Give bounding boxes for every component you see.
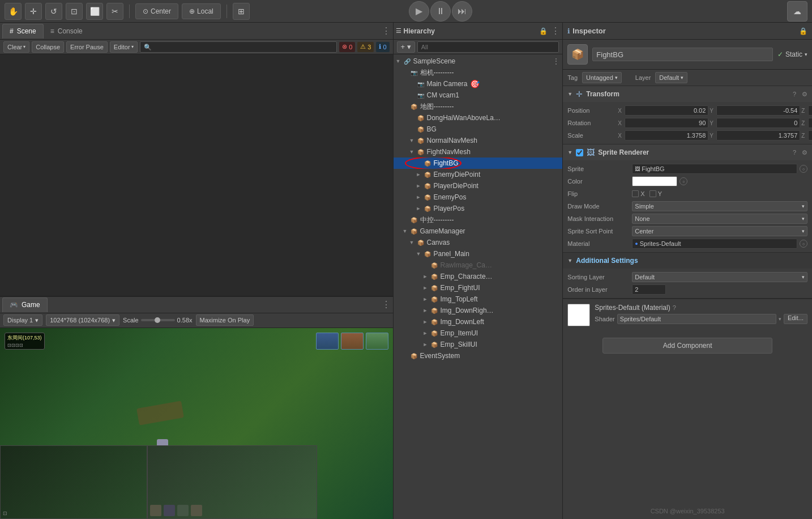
tree-item-map-dash[interactable]: 📦 地图--------- bbox=[394, 101, 563, 112]
tab-scene[interactable]: # Scene bbox=[2, 24, 44, 39]
tree-item-enemydiepoint[interactable]: 📦 EnemyDiePoint bbox=[394, 169, 563, 180]
order-in-layer-input[interactable] bbox=[632, 284, 666, 295]
layer-dropdown[interactable]: Default ▾ bbox=[655, 72, 687, 83]
hierarchy-lock-icon[interactable]: 🔒 bbox=[539, 27, 548, 35]
scene-tab-dots[interactable]: ⋮ bbox=[382, 25, 391, 36]
maximize-dropdown[interactable]: Maximize On Play bbox=[196, 314, 254, 326]
position-y-input[interactable] bbox=[716, 105, 800, 116]
sprite-renderer-header[interactable]: ▼ 🖼 Sprite Renderer ? ⚙ bbox=[563, 144, 812, 160]
mask-interaction-dropdown[interactable]: None ▾ bbox=[632, 214, 807, 224]
tree-item-img-downright[interactable]: 📦 Img_DownRigh… bbox=[394, 305, 563, 316]
transform-settings-icon[interactable]: ⚙ bbox=[802, 91, 807, 98]
material-help-icon[interactable]: ? bbox=[673, 304, 676, 311]
tree-item-eventsystem[interactable]: 📦 EventSystem bbox=[394, 350, 563, 361]
tree-item-fightbg[interactable]: 📦 FightBG bbox=[394, 158, 563, 169]
transform-help-icon[interactable]: ? bbox=[793, 91, 796, 97]
pivot-local-btn[interactable]: ⊕ Local bbox=[182, 3, 221, 19]
play-button[interactable]: ▶ bbox=[409, 1, 429, 22]
warning-badge[interactable]: ⚠ 3 bbox=[357, 42, 374, 52]
scale-y-input[interactable] bbox=[716, 130, 800, 141]
scale-tool[interactable]: ⊡ bbox=[66, 3, 83, 20]
transform-header[interactable]: ▼ ✛ Transform ? ⚙ bbox=[563, 86, 812, 102]
rotation-y-input[interactable] bbox=[716, 118, 800, 128]
hierarchy-search[interactable] bbox=[417, 41, 559, 53]
move-tool[interactable]: ✛ bbox=[25, 3, 42, 20]
tree-item-playerpos[interactable]: 📦 PlayerPos bbox=[394, 203, 563, 214]
flip-x-checkbox[interactable] bbox=[632, 190, 639, 197]
rect-tool[interactable]: ⬜ bbox=[86, 3, 103, 20]
sorting-layer-dropdown[interactable]: Default ▾ bbox=[632, 272, 807, 282]
position-z-input[interactable] bbox=[808, 105, 812, 116]
tree-item-img-topleft[interactable]: 📦 Img_TopLeft bbox=[394, 293, 563, 305]
step-button[interactable]: ⏭ bbox=[452, 1, 472, 22]
tree-item-fightnav[interactable]: 📦 FightNavMesh bbox=[394, 146, 563, 158]
sr-help-icon[interactable]: ? bbox=[793, 149, 796, 156]
error-badge[interactable]: ⊗ 0 bbox=[339, 42, 355, 52]
clear-button[interactable]: Clear ▾ bbox=[3, 41, 29, 53]
tree-item-control-dash[interactable]: 📦 中控--------- bbox=[394, 214, 563, 226]
tree-item-normalnav[interactable]: 📦 NormalNavMesh bbox=[394, 135, 563, 146]
static-checkbox[interactable]: ✓ Static ▾ bbox=[777, 50, 807, 58]
collapse-button[interactable]: Collapse bbox=[32, 41, 64, 53]
color-swatch[interactable] bbox=[632, 176, 677, 186]
tree-item-camera-dash[interactable]: 📷 相机--------- bbox=[394, 67, 563, 78]
sr-enable-checkbox[interactable] bbox=[576, 149, 583, 156]
tab-game[interactable]: 🎮 Game bbox=[2, 297, 48, 312]
sprite-picker[interactable]: 🖼 FightBG bbox=[632, 164, 797, 174]
tree-item-emp-fightui[interactable]: 📦 Emp_FightUI bbox=[394, 282, 563, 293]
tag-dropdown[interactable]: Untagged ▾ bbox=[582, 72, 622, 83]
transform-tool[interactable]: ✂ bbox=[106, 3, 123, 20]
tree-item-emp-itemui[interactable]: 📦 Emp_ItemUI bbox=[394, 327, 563, 339]
tree-item-panel-main[interactable]: 📦 Panel_Main bbox=[394, 248, 563, 260]
tree-item-cm-vcam1[interactable]: 📷 CM vcam1 bbox=[394, 90, 563, 101]
tree-item-samplescene[interactable]: 🔗 SampleScene ⋮ bbox=[394, 56, 563, 67]
position-x-input[interactable] bbox=[625, 105, 708, 116]
tree-item-emp-skillui[interactable]: 📦 Emp_SkillUI bbox=[394, 339, 563, 350]
draw-mode-dropdown[interactable]: Simple ▾ bbox=[632, 201, 807, 211]
pause-button[interactable]: ⏸ bbox=[430, 1, 451, 22]
display-dropdown[interactable]: Display 1 ▾ bbox=[3, 314, 42, 326]
scale-track[interactable] bbox=[141, 319, 175, 321]
object-name-input[interactable] bbox=[592, 48, 773, 61]
edit-material-btn[interactable]: Edit... bbox=[784, 314, 807, 324]
sprite-sort-dropdown[interactable]: Center ▾ bbox=[632, 226, 807, 236]
tree-item-main-camera[interactable]: 📷 Main Camera 🎯 bbox=[394, 78, 563, 90]
info-badge[interactable]: ℹ 0 bbox=[376, 42, 389, 52]
hierarchy-add-btn[interactable]: + ▾ bbox=[397, 41, 415, 53]
hand-tool[interactable]: ✋ bbox=[5, 3, 22, 20]
hierarchy-dots-icon[interactable]: ⋮ bbox=[551, 25, 560, 36]
color-picker-dot[interactable]: ○ bbox=[679, 177, 687, 185]
game-tab-dots[interactable]: ⋮ bbox=[382, 299, 391, 310]
cloud-button[interactable]: ☁ bbox=[787, 1, 807, 22]
tree-item-canvas[interactable]: 📦 Canvas bbox=[394, 237, 563, 248]
pivot-center-btn[interactable]: ⊙ Center bbox=[135, 3, 178, 19]
tree-item-emp-character[interactable]: 📦 Emp_Characte… bbox=[394, 271, 563, 282]
samplescene-dots[interactable]: ⋮ bbox=[552, 57, 560, 66]
error-pause-button[interactable]: Error Pause bbox=[66, 41, 108, 53]
editor-button[interactable]: Editor ▾ bbox=[110, 41, 138, 53]
tree-item-gamemanager[interactable]: 📦 GameManager bbox=[394, 226, 563, 237]
rotate-tool[interactable]: ↺ bbox=[45, 3, 62, 20]
tree-item-playerdiepoint[interactable]: 📦 PlayerDiePoint bbox=[394, 180, 563, 192]
tree-item-donghaiwan[interactable]: 📦 DongHaiWanAboveLa… bbox=[394, 112, 563, 124]
resolution-dropdown[interactable]: 1024*768 (1024x768) ▾ bbox=[46, 314, 119, 326]
material-picker[interactable]: ● Sprites-Default bbox=[632, 239, 797, 249]
scale-z-input[interactable] bbox=[808, 130, 812, 141]
flip-y-checkbox[interactable] bbox=[649, 190, 656, 197]
scale-x-input[interactable] bbox=[625, 130, 708, 141]
scale-thumb[interactable] bbox=[155, 317, 160, 323]
tree-item-img-downleft[interactable]: 📦 Img_DownLeft bbox=[394, 316, 563, 327]
rotation-z-input[interactable] bbox=[808, 118, 812, 128]
add-component-button[interactable]: Add Component bbox=[602, 338, 772, 354]
scale-slider[interactable]: Scale 0.58x bbox=[123, 317, 192, 324]
console-search-input[interactable] bbox=[140, 41, 337, 53]
sr-settings-icon[interactable]: ⚙ bbox=[802, 149, 807, 156]
tree-item-bg[interactable]: 📦 BG bbox=[394, 124, 563, 135]
sprite-picker-dot[interactable]: ○ bbox=[800, 165, 807, 173]
rotation-x-input[interactable] bbox=[625, 118, 708, 128]
material-picker-dot[interactable]: ○ bbox=[800, 240, 807, 248]
additional-settings-header[interactable]: ▼ Additional Settings bbox=[563, 253, 812, 269]
tree-item-enemypos[interactable]: 📦 EnemyPos bbox=[394, 192, 563, 203]
grid-btn[interactable]: ⊞ bbox=[233, 3, 250, 20]
inspector-lock-icon[interactable]: 🔒 bbox=[799, 27, 807, 35]
